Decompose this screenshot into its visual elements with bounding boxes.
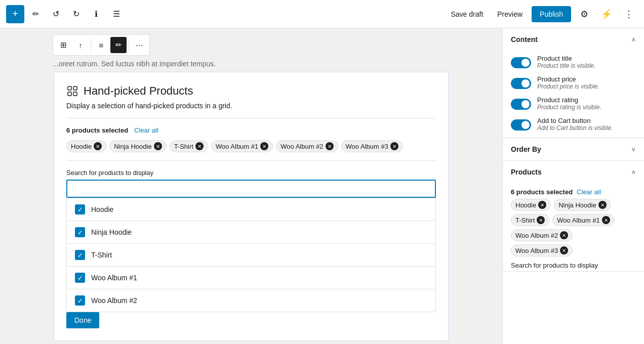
sidebar-tag-tshirt: T-Shirt ✕ <box>511 214 549 226</box>
product-title-desc: Product title is visible. <box>537 62 595 69</box>
product-tag-label: Hoodie <box>71 143 92 150</box>
product-title-toggle-row: Product title Product title is visible. <box>503 51 644 71</box>
checkbox-hoodie[interactable]: ✓ <box>75 204 85 214</box>
add-to-cart-toggle-wrap <box>511 118 531 131</box>
list-item-ninja-hoodie[interactable]: ✓ Ninja Hoodie <box>67 221 435 244</box>
svg-rect-2 <box>68 92 71 96</box>
sidebar-product-tags: Hoodie ✕ Ninja Hoodie ✕ T-Shirt ✕ Woo Al… <box>503 199 644 262</box>
products-chevron-icon: ∧ <box>631 168 636 176</box>
sidebar-remove-woo3-button[interactable]: ✕ <box>560 246 568 254</box>
add-to-cart-text: Add to Cart button Add to Cart button is… <box>537 117 613 132</box>
bolt-icon-button[interactable]: ⚡ <box>597 5 616 23</box>
product-rating-toggle-row: Product rating Product rating is visible… <box>503 92 644 113</box>
align-button[interactable]: ≡ <box>93 37 109 53</box>
remove-woo1-button[interactable]: ✕ <box>260 142 268 150</box>
sidebar-tag-woo2: Woo Album #2 ✕ <box>511 229 573 241</box>
redo-button[interactable]: ↻ <box>67 5 85 23</box>
block-divider-1 <box>66 118 436 118</box>
block-description: Display a selection of hand-picked produ… <box>66 102 436 110</box>
sidebar: Content ∧ Product title Product title is… <box>502 28 644 344</box>
product-price-desc: Product price is visible. <box>537 83 599 90</box>
done-button[interactable]: Done <box>66 312 99 328</box>
block-header: Hand-picked Products <box>66 84 436 98</box>
product-tag-label: Ninja Hoodie <box>114 143 151 150</box>
sidebar-tag-ninja-hoodie: Ninja Hoodie ✕ <box>554 199 611 211</box>
sidebar-clear-all-link[interactable]: Clear all <box>577 188 601 196</box>
search-products-input[interactable] <box>66 180 436 198</box>
add-to-cart-desc: Add to Cart button is visible. <box>537 124 613 132</box>
sidebar-order-by-title: Order By <box>511 145 541 153</box>
sidebar-tag-hoodie: Hoodie ✕ <box>511 199 551 211</box>
remove-ninja-hoodie-button[interactable]: ✕ <box>154 142 162 150</box>
list-view-button[interactable]: ☰ <box>107 5 126 23</box>
sidebar-remove-tshirt-button[interactable]: ✕ <box>537 216 545 224</box>
checkbox-ninja-hoodie[interactable]: ✓ <box>75 227 85 237</box>
sidebar-tag-label: Woo Album #3 <box>515 247 558 254</box>
svg-rect-0 <box>68 87 71 90</box>
sidebar-tag-label: Ninja Hoodie <box>558 201 596 209</box>
toolbar-divider <box>91 39 91 51</box>
list-item-hoodie[interactable]: ✓ Hoodie <box>67 198 435 221</box>
sidebar-products-section: Products ∧ 6 products selected Clear all… <box>503 161 644 272</box>
list-item-woo2[interactable]: ✓ Woo Album #2 <box>67 289 435 312</box>
preview-button[interactable]: Preview <box>492 7 528 21</box>
product-title-toggle-wrap <box>511 56 531 68</box>
remove-tshirt-button[interactable]: ✕ <box>195 142 204 150</box>
product-tag-hoodie: Hoodie ✕ <box>66 140 106 152</box>
edit-icon-button[interactable]: ✏ <box>26 5 45 23</box>
sidebar-remove-woo1-button[interactable]: ✕ <box>602 216 610 224</box>
svg-rect-1 <box>73 87 77 90</box>
remove-woo3-button[interactable]: ✕ <box>390 142 398 150</box>
sidebar-content-section: Content ∧ Product title Product title is… <box>503 28 644 138</box>
sidebar-tag-woo3: Woo Album #3 ✕ <box>511 244 573 256</box>
save-draft-button[interactable]: Save draft <box>446 7 488 21</box>
remove-woo2-button[interactable]: ✕ <box>326 142 334 150</box>
checkbox-woo2[interactable]: ✓ <box>75 295 85 306</box>
checkbox-woo1[interactable]: ✓ <box>75 273 85 283</box>
sidebar-remove-hoodie-button[interactable]: ✕ <box>538 201 546 209</box>
sidebar-order-by-section: Order By ∨ <box>503 138 644 161</box>
more-options-button[interactable]: ⋮ <box>620 5 638 23</box>
sidebar-tag-label: Woo Album #2 <box>515 232 558 239</box>
top-bar-right: Save draft Preview Publish ⚙ ⚡ ⋮ <box>446 5 638 23</box>
remove-hoodie-button[interactable]: ✕ <box>94 142 102 150</box>
add-block-button[interactable]: + <box>6 5 24 23</box>
clear-all-link[interactable]: Clear all <box>134 126 158 134</box>
product-tag-ninja-hoodie: Ninja Hoodie ✕ <box>109 140 166 152</box>
product-name-hoodie: Hoodie <box>91 205 113 213</box>
undo-button[interactable]: ↺ <box>47 5 65 23</box>
product-title-toggle[interactable] <box>511 57 531 68</box>
svg-rect-3 <box>73 92 77 96</box>
sidebar-remove-woo2-button[interactable]: ✕ <box>560 231 568 239</box>
add-to-cart-label: Add to Cart button <box>537 117 613 124</box>
product-price-label: Product price <box>537 75 599 83</box>
product-tag-label: Woo Album #3 <box>346 143 388 150</box>
sidebar-products-count: 6 products selected <box>511 188 573 196</box>
list-item-tshirt[interactable]: ✓ T-Shirt <box>67 244 435 267</box>
settings-icon-button[interactable]: ⚙ <box>575 5 593 23</box>
text-above-block: ...oreet rutrum. Sed luctus nibh at impe… <box>53 60 216 68</box>
add-to-cart-toggle[interactable] <box>511 119 531 131</box>
checkbox-tshirt[interactable]: ✓ <box>75 250 85 260</box>
sidebar-content-title: Content <box>511 35 538 44</box>
grid-view-button[interactable]: ⊞ <box>55 37 71 53</box>
sidebar-order-by-header[interactable]: Order By ∨ <box>503 138 644 160</box>
more-block-options-button[interactable]: ⋯ <box>131 37 147 53</box>
product-title-label: Product title <box>537 55 595 62</box>
editor-area: ⊞ ↑ ≡ ✏ ⋯ ...oreet rutrum. Sed luctus ni… <box>0 28 502 344</box>
list-item-woo1[interactable]: ✓ Woo Album #1 <box>67 267 435 289</box>
publish-button[interactable]: Publish <box>532 6 571 22</box>
product-price-toggle[interactable] <box>511 78 531 89</box>
style-button[interactable]: ✏ <box>110 37 127 53</box>
product-rating-toggle[interactable] <box>511 99 531 110</box>
product-price-text: Product price Product price is visible. <box>537 75 599 90</box>
top-bar: + ✏ ↺ ↻ ℹ ☰ Save draft Preview Publish ⚙… <box>0 0 644 28</box>
sidebar-products-header[interactable]: Products ∧ <box>503 161 644 183</box>
move-up-button[interactable]: ↑ <box>72 37 89 53</box>
sidebar-content-header[interactable]: Content ∧ <box>503 28 644 51</box>
done-btn-row: Done <box>66 312 436 328</box>
block-icon <box>66 85 78 97</box>
sidebar-remove-ninja-hoodie-button[interactable]: ✕ <box>598 201 607 209</box>
product-name-ninja-hoodie: Ninja Hoodie <box>91 228 132 236</box>
info-button[interactable]: ℹ <box>87 5 105 23</box>
